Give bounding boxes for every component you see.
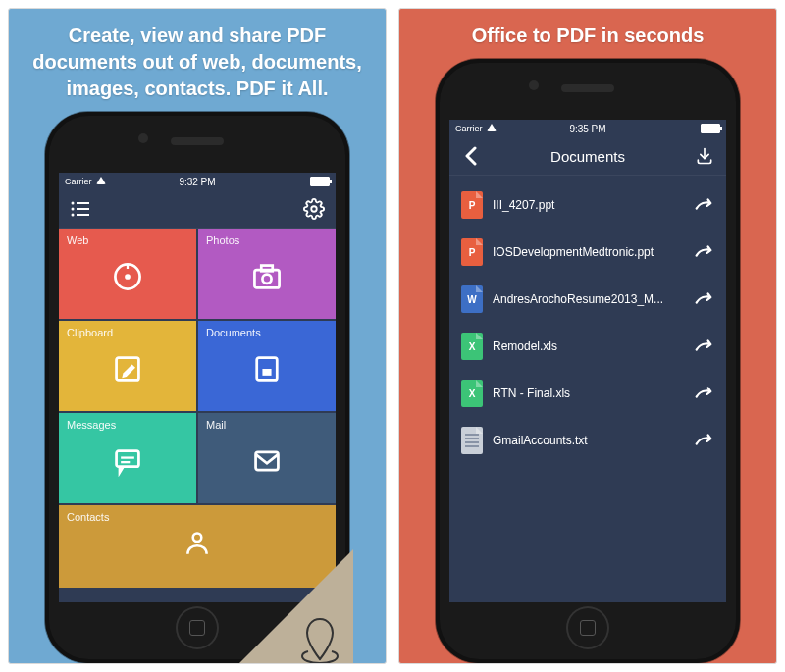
doc-icon xyxy=(249,353,285,385)
battery-icon xyxy=(310,177,330,186)
tile-clipboard[interactable]: Clipboard xyxy=(59,321,196,411)
person-icon xyxy=(183,527,212,556)
carrier-label: Carrier xyxy=(65,177,92,186)
status-time: 9:35 PM xyxy=(569,124,605,134)
navbar-left xyxy=(59,190,336,229)
svg-point-6 xyxy=(311,206,317,212)
chat-icon xyxy=(110,445,145,477)
list-button[interactable] xyxy=(69,197,92,221)
tile-label: Mail xyxy=(206,419,226,431)
promo-panel-left: Create, view and share PDF documents out… xyxy=(8,8,387,664)
svg-point-0 xyxy=(72,202,75,205)
tile-label: Documents xyxy=(206,327,261,338)
share-icon[interactable] xyxy=(693,244,714,260)
file-row[interactable]: XRemodel.xls xyxy=(451,323,724,370)
tile-web[interactable]: Web xyxy=(59,229,196,319)
back-button[interactable] xyxy=(459,144,483,168)
tile-messages[interactable]: Messages xyxy=(59,413,196,503)
navbar-right: Documents xyxy=(449,137,726,176)
svg-point-4 xyxy=(72,214,75,217)
svg-point-2 xyxy=(72,208,75,211)
tile-label: Messages xyxy=(67,419,116,431)
tile-documents[interactable]: Documents xyxy=(198,321,336,411)
carrier-label: Carrier xyxy=(455,124,483,133)
camera-icon xyxy=(249,261,285,292)
file-type-icon: X xyxy=(461,333,483,360)
status-bar: Carrier 9:35 PM xyxy=(449,120,726,137)
file-name: Remodel.xls xyxy=(493,339,683,353)
home-button[interactable] xyxy=(176,606,219,649)
tile-label: Web xyxy=(67,234,88,246)
phone-right: Carrier 9:35 PM Documents PIII_4207.pptP… xyxy=(436,59,740,663)
wifi-icon xyxy=(96,177,106,186)
file-type-icon: X xyxy=(461,380,483,407)
share-icon[interactable] xyxy=(693,291,714,307)
phone-left: Carrier 9:32 PM WebPhotosClipboardDocume… xyxy=(45,112,349,663)
file-name: AndresArochoResume2013_M... xyxy=(493,292,683,306)
headline-right: Office to PDF in seconds xyxy=(472,23,705,49)
share-icon[interactable] xyxy=(693,386,714,401)
file-row[interactable]: WAndresArochoResume2013_M... xyxy=(451,276,724,323)
status-bar: Carrier 9:32 PM xyxy=(59,173,336,190)
wifi-icon xyxy=(487,124,497,133)
tile-label: Contacts xyxy=(67,511,109,523)
file-row[interactable]: PIOSDevelopmentMedtronic.ppt xyxy=(451,229,724,276)
tile-contacts[interactable]: Contacts xyxy=(59,505,336,588)
file-type-icon: W xyxy=(461,285,483,313)
share-icon[interactable] xyxy=(693,197,714,213)
file-type-icon: P xyxy=(461,238,483,266)
file-name: IOSDevelopmentMedtronic.ppt xyxy=(493,245,683,259)
battery-icon xyxy=(701,124,720,133)
tile-label: Photos xyxy=(206,234,239,246)
share-icon[interactable] xyxy=(693,433,714,448)
nav-title: Documents xyxy=(550,148,625,165)
download-button[interactable] xyxy=(693,144,716,168)
tile-mail[interactable]: Mail xyxy=(198,413,336,503)
file-row[interactable]: XRTN - Final.xls xyxy=(451,370,724,417)
edit-icon xyxy=(110,353,145,385)
file-row[interactable]: GmailAccounts.txt xyxy=(451,417,724,464)
promo-panel-right: Office to PDF in seconds Carrier 9:35 PM… xyxy=(398,8,777,664)
file-type-icon: P xyxy=(461,191,483,219)
tile-label: Clipboard xyxy=(67,327,113,338)
file-row[interactable]: PIII_4207.ppt xyxy=(451,181,724,229)
home-button[interactable] xyxy=(566,606,609,649)
compass-icon xyxy=(110,261,145,292)
headline-left: Create, view and share PDF documents out… xyxy=(30,23,364,102)
file-name: GmailAccounts.txt xyxy=(493,434,683,447)
settings-button[interactable] xyxy=(302,197,326,221)
mail-icon xyxy=(249,445,285,477)
tile-photos[interactable]: Photos xyxy=(198,229,336,319)
status-time: 9:32 PM xyxy=(179,177,215,187)
share-icon[interactable] xyxy=(693,338,714,354)
file-type-icon xyxy=(461,427,483,454)
file-name: III_4207.ppt xyxy=(493,198,683,212)
file-name: RTN - Final.xls xyxy=(493,387,683,400)
